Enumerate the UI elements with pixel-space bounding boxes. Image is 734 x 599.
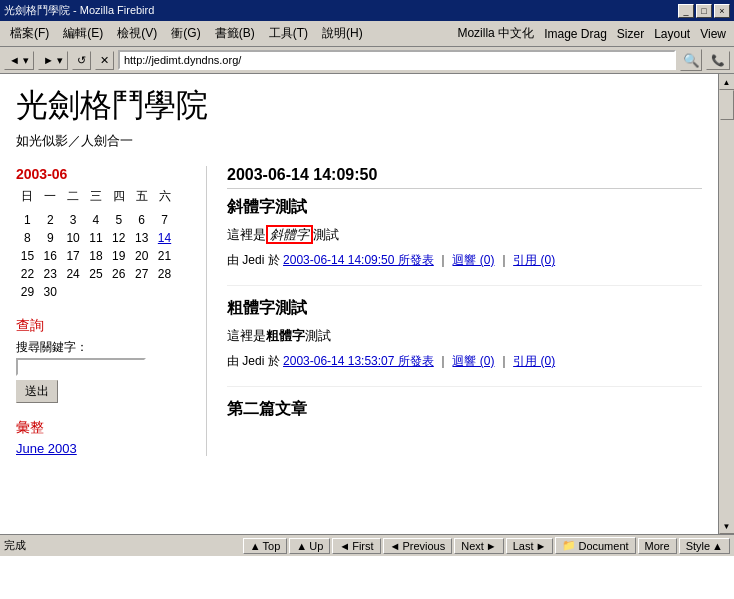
status-top-button[interactable]: ▲ Top — [243, 538, 288, 554]
archive-section-title: 彙整 — [16, 419, 196, 437]
menu-edit[interactable]: 編輯(E) — [57, 23, 109, 44]
last-icon: ► — [536, 540, 547, 552]
bookmark-mozilla[interactable]: Mozilla 中文化 — [453, 24, 538, 43]
scroll-up-arrow[interactable]: ▲ — [719, 74, 735, 90]
cal-day: 24 — [62, 265, 85, 283]
cal-day: 13 — [130, 229, 153, 247]
status-up-button[interactable]: ▲ Up — [289, 538, 330, 554]
post-1-meta-date-link[interactable]: 2003-06-14 14:09:50 所發表 — [283, 253, 434, 267]
cal-day: 17 — [62, 247, 85, 265]
status-previous-button[interactable]: ◄ Previous — [383, 538, 453, 554]
cal-day: 12 — [107, 229, 130, 247]
doc-icon: 📁 — [562, 539, 576, 552]
cal-day-link-14: 14 — [158, 231, 171, 245]
menu-tools[interactable]: 工具(T) — [263, 23, 314, 44]
cal-day — [107, 283, 130, 301]
post-2-meta-author: 由 Jedi 於 — [227, 354, 280, 368]
post-separator-2 — [227, 386, 702, 387]
search-button[interactable]: 🔍 — [680, 49, 702, 71]
bookmark-layout[interactable]: Layout — [650, 26, 694, 42]
main-layout: 2003-06 日 一 二 三 四 五 六 — [16, 166, 702, 456]
post-1-body: 這裡是斜體字測試 — [227, 226, 702, 244]
up-icon: ▲ — [296, 540, 307, 552]
cal-day: 25 — [85, 265, 108, 283]
close-button[interactable]: × — [714, 4, 730, 18]
bookmark-sizer[interactable]: Sizer — [613, 26, 648, 42]
reload-button[interactable]: ↺ — [72, 51, 91, 70]
scroll-thumb[interactable] — [720, 90, 734, 120]
left-column: 2003-06 日 一 二 三 四 五 六 — [16, 166, 206, 456]
cal-day[interactable]: 14 — [153, 229, 176, 247]
bookmark-view[interactable]: View — [696, 26, 730, 42]
post-1-title: 斜體字測試 — [227, 197, 702, 218]
back-button[interactable]: ◄ ▾ — [4, 51, 34, 70]
browser-body: 光劍格鬥學院 如光似影／人劍合一 2003-06 日 一 二 三 四 五 六 — [0, 74, 734, 534]
cal-day: 19 — [107, 247, 130, 265]
cal-day: 18 — [85, 247, 108, 265]
window-controls[interactable]: _ □ × — [678, 4, 730, 18]
status-last-button[interactable]: Last ► — [506, 538, 554, 554]
status-document-button[interactable]: 📁 Document — [555, 537, 635, 554]
minimize-button[interactable]: _ — [678, 4, 694, 18]
cal-day: 6 — [130, 211, 153, 229]
cal-day: 20 — [130, 247, 153, 265]
menu-bookmarks[interactable]: 書籤(B) — [209, 23, 261, 44]
cal-header-sat: 六 — [153, 186, 176, 207]
cal-day — [85, 283, 108, 301]
status-more-button[interactable]: More — [638, 538, 677, 554]
cal-day: 5 — [107, 211, 130, 229]
calendar-table: 日 一 二 三 四 五 六 — [16, 186, 176, 301]
status-first-button[interactable]: ◄ First — [332, 538, 380, 554]
style-arrow-icon: ▲ — [712, 540, 723, 552]
statusbar: 完成 ▲ Top ▲ Up ◄ First ◄ Previous Next ► … — [0, 534, 734, 556]
scroll-down-arrow[interactable]: ▼ — [719, 518, 735, 534]
post-2-body: 這裡是粗體字測試 — [227, 327, 702, 345]
status-style-button[interactable]: Style ▲ — [679, 538, 730, 554]
address-input[interactable] — [118, 50, 676, 70]
post-1-meta: 由 Jedi 於 2003-06-14 14:09:50 所發表 ｜ 迴響 (0… — [227, 252, 702, 269]
cal-day: 2 — [39, 211, 62, 229]
post-1-body-after: 測試 — [313, 227, 339, 242]
calendar-month: 2003-06 — [16, 166, 196, 182]
post-separator — [227, 285, 702, 286]
post-2-trackback-link[interactable]: 引用 (0) — [513, 354, 555, 368]
bookmark-imagedrag[interactable]: Image Drag — [540, 26, 611, 42]
archive-link[interactable]: June 2003 — [16, 441, 77, 456]
scroll-track — [719, 90, 735, 518]
cal-day: 30 — [39, 283, 62, 301]
post-2-meta-date-link[interactable]: 2003-06-14 13:53:07 所發表 — [283, 354, 434, 368]
search-input[interactable] — [16, 358, 146, 376]
status-text: 完成 — [4, 538, 243, 553]
menu-view[interactable]: 檢視(V) — [111, 23, 163, 44]
right-column: 2003-06-14 14:09:50 斜體字測試 這裡是斜體字測試 由 Jed… — [206, 166, 702, 456]
post-1-body-before: 這裡是 — [227, 227, 266, 242]
maximize-button[interactable]: □ — [696, 4, 712, 18]
cal-header-mon: 一 — [39, 186, 62, 207]
cal-day — [62, 283, 85, 301]
forward-button[interactable]: ► ▾ — [38, 51, 68, 70]
cal-header-tue: 二 — [62, 186, 85, 207]
site-title: 光劍格鬥學院 — [16, 84, 702, 128]
cal-day: 8 — [16, 229, 39, 247]
first-icon: ◄ — [339, 540, 350, 552]
menubar: 檔案(F) 編輯(E) 檢視(V) 衝(G) 書籤(B) 工具(T) 說明(H)… — [0, 21, 734, 47]
cal-day — [130, 283, 153, 301]
search-section-title: 查詢 — [16, 317, 196, 335]
menu-help[interactable]: 說明(H) — [316, 23, 369, 44]
post-2-body-before: 這裡是 — [227, 328, 266, 343]
menu-go[interactable]: 衝(G) — [165, 23, 206, 44]
post-1-trackback-link[interactable]: 引用 (0) — [513, 253, 555, 267]
menu-file[interactable]: 檔案(F) — [4, 23, 55, 44]
search-submit-button[interactable]: 送出 — [16, 380, 58, 403]
phone-button[interactable]: 📞 — [706, 51, 730, 70]
status-next-button[interactable]: Next ► — [454, 538, 504, 554]
post-2-comment-link[interactable]: 迴響 (0) — [452, 354, 494, 368]
cal-header-sun: 日 — [16, 186, 39, 207]
stop-button[interactable]: ✕ — [95, 51, 114, 70]
up-arrow-icon: ▲ — [250, 540, 261, 552]
cal-day: 9 — [39, 229, 62, 247]
cal-day: 21 — [153, 247, 176, 265]
cal-day: 23 — [39, 265, 62, 283]
cal-day: 10 — [62, 229, 85, 247]
post-1-comment-link[interactable]: 迴響 (0) — [452, 253, 494, 267]
